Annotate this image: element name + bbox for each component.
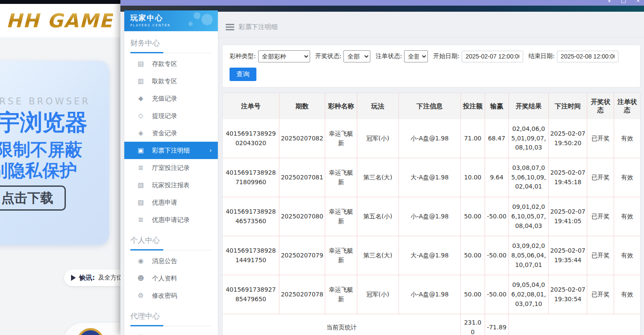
close-icon[interactable]: ×: [636, 0, 641, 3]
cell-period: 20250207082: [279, 119, 325, 158]
sidebar-item-label: 优惠申请记录: [152, 216, 190, 224]
cell-period: 20250207080: [279, 197, 325, 236]
sidebar-item-厅室投注记录[interactable]: ≣厅室投注记录: [124, 159, 218, 176]
search-button[interactable]: 查询: [230, 68, 256, 81]
col-header-draw-status: 开奖状态: [587, 93, 614, 119]
cell-bet-info: 小-A盘@1.98: [398, 119, 461, 158]
cell-bet-time: 2025-02-07 19:30:54: [549, 275, 587, 314]
player-center-panel: ∨ □ × 玩家中心 PLAYERS CENTER 财务中心▤存款专区▥取款专区…: [120, 0, 644, 335]
filter-select-彩种类型[interactable]: 全部彩种: [258, 50, 310, 62]
download-button[interactable]: 点击下载: [0, 185, 66, 211]
cell-lottery-name: 幸运飞艇新: [325, 197, 357, 236]
service-badge-icon: [77, 328, 104, 335]
sidebar-item-存款专区[interactable]: ▤存款专区: [124, 55, 218, 72]
hamburger-icon[interactable]: [226, 24, 234, 30]
cell-order-status: 有效: [614, 158, 640, 197]
table-row: 40156917389278547965020250207078幸运飞艇新冠军(…: [223, 275, 640, 314]
cell-winloss: -50.00: [485, 275, 508, 314]
filter-label: 注单状态:: [375, 52, 402, 60]
summary-row: 当前页统计231.00-71.89: [223, 314, 640, 335]
banner-tagline: ERSE BROWSER: [0, 96, 91, 107]
sidebar-section-title: 代理中心: [124, 304, 218, 321]
cell-bet-info: 小-A盘@1.98: [398, 197, 461, 236]
sidebar-item-修改密码[interactable]: ⚙修改密码: [124, 287, 218, 304]
sidebar-item-优惠申请记录[interactable]: ≣优惠申请记录: [124, 211, 218, 228]
main-content: 彩票下注明细 彩种类型:全部彩种开奖状态:全部注单状态:全部开始日期:结束日期:…: [218, 12, 644, 335]
cell-lottery-name: 幸运飞艇新: [325, 236, 357, 275]
cell-bet-info: 大-A盘@1.98: [398, 158, 461, 197]
col-header-order-status: 注单状态: [614, 93, 640, 119]
cell-period: 20250207079: [279, 236, 325, 275]
cell-winloss: 9.64: [485, 158, 508, 197]
col-header-lottery-name: 彩种名称: [325, 93, 357, 119]
cell-order-no: 401569173892785479650: [223, 275, 279, 314]
table-row: 40156917389287180996020250207081幸运飞艇新第三名…: [223, 158, 640, 197]
section-divider: [130, 249, 212, 250]
cell-order-status: 有效: [614, 119, 640, 158]
maximize-icon[interactable]: □: [621, 0, 626, 3]
funds-icon: ◈: [136, 129, 145, 137]
col-header-draw-result: 开奖结果: [508, 93, 548, 119]
cell-draw-status: 已开奖: [587, 236, 614, 275]
filter-input-开始日期[interactable]: [462, 51, 523, 62]
caret-icon[interactable]: ∨: [607, 0, 612, 3]
sidebar-item-label: 玩家投注报表: [152, 181, 190, 189]
hall-bet-record-icon: ≣: [136, 164, 145, 172]
sidebar-item-label: 存款专区: [152, 60, 177, 68]
cell-bet-amount: 50.00: [461, 197, 485, 236]
wallet-icon: ◇: [136, 112, 145, 120]
table-body: 40156917389290204302020250207082幸运飞艇新冠军(…: [223, 119, 640, 335]
cell-draw-result: 09,01,02,06,10,05,07,08,04,03: [508, 197, 548, 236]
banner-line2: 别隐私保护: [0, 159, 77, 182]
section-divider: [130, 52, 212, 53]
cell-period: 20250207081: [279, 158, 325, 197]
cell-order-status: 有效: [614, 236, 640, 275]
bet-table: 注单号期数彩种名称玩法下注信息投注额输赢开奖结果下注时间开奖状态注单状态 401…: [223, 93, 640, 335]
table-row: 40156917389290204302020250207082幸运飞艇新冠军(…: [223, 119, 640, 158]
sidebar-item-资金记录[interactable]: ◈资金记录: [124, 124, 218, 142]
promo-apply-icon: ▨: [136, 198, 145, 206]
sidebar-item-label: 修改密码: [152, 292, 177, 300]
cell-period: 20250207078: [279, 275, 325, 314]
sidebar-menu: 财务中心▤存款专区▥取款专区◆充值记录◇提现记录◈资金记录▣彩票下注明细›≣厅室…: [124, 31, 218, 335]
sidebar-item-label: 彩票下注明细: [152, 146, 190, 155]
cell-draw-result: 09,05,04,06,02,08,01,03,07,10: [508, 275, 548, 314]
cell-winloss: -50.00: [485, 197, 508, 236]
col-header-period: 期数: [279, 93, 325, 119]
ticker-text: 及全方位: [98, 274, 123, 282]
sidebar: 玩家中心 PLAYERS CENTER 财务中心▤存款专区▥取款专区◆充值记录◇…: [124, 10, 218, 335]
sidebar-item-充值记录[interactable]: ◆充值记录: [124, 90, 218, 107]
cell-draw-status: 已开奖: [587, 119, 614, 158]
bet-table-card: 注单号期数彩种名称玩法下注信息投注额输赢开奖结果下注时间开奖状态注单状态 401…: [222, 93, 641, 335]
site-logo: HH GAME: [0, 10, 113, 32]
webpage-logo-bar: HH GAME: [0, 4, 120, 37]
cell-draw-status: 已开奖: [587, 275, 614, 314]
cell-play-type: 第三名(大): [357, 158, 398, 197]
table-row: 40156917389281449175020250207079幸运飞艇新第三名…: [223, 236, 640, 275]
sidebar-item-提现记录[interactable]: ◇提现记录: [124, 107, 218, 124]
sidebar-item-消息公告[interactable]: ◉消息公告: [124, 252, 218, 270]
filter-input-结束日期[interactable]: [557, 51, 618, 62]
gear-icon: ⚙: [136, 292, 145, 299]
cell-order-no: 401569173892902043020: [223, 119, 279, 158]
sidebar-item-玩家投注报表[interactable]: ▧玩家投注报表: [124, 176, 218, 194]
table-header-row: 注单号期数彩种名称玩法下注信息投注额输赢开奖结果下注时间开奖状态注单状态: [223, 93, 640, 119]
filter-select-开奖状态[interactable]: 全部: [343, 50, 370, 62]
col-header-play-type: 玩法: [357, 93, 398, 119]
sidebar-item-label: 提现记录: [152, 112, 177, 120]
sidebar-item-个人资料[interactable]: ☻个人资料: [124, 270, 218, 287]
sidebar-item-取款专区[interactable]: ▥取款专区: [124, 72, 218, 90]
cell-bet-info: 大-A盘@1.98: [398, 236, 461, 275]
agent-item-icon: ≣: [136, 333, 145, 335]
sidebar-item-优惠申请[interactable]: ▨优惠申请: [124, 194, 218, 211]
window-titlebar: ∨ □ ×: [120, 0, 644, 6]
cell-order-no: 401569173892871809960: [223, 158, 279, 197]
sidebar-item-彩票下注明细[interactable]: ▣彩票下注明细›: [124, 142, 218, 159]
cell-order-no: 401569173892846573560: [223, 197, 279, 236]
sidebar-item-label: 厅室投注记录: [152, 164, 190, 172]
filter-select-注单状态[interactable]: 全部: [404, 50, 428, 62]
sidebar-item-[interactable]: ≣: [124, 328, 218, 335]
banner-title: 宇浏览器: [0, 107, 87, 138]
cell-draw-result: 03,08,07,05,06,10,09,02,04,01: [508, 158, 548, 197]
cell-play-type: 第五名(小): [357, 197, 398, 236]
